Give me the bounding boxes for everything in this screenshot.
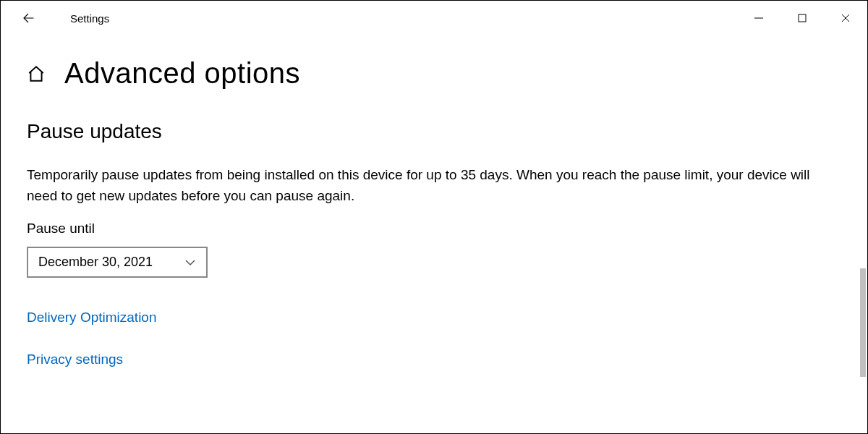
close-button[interactable]: [824, 1, 867, 35]
pause-until-label: Pause until: [27, 221, 841, 237]
section-heading-pause-updates: Pause updates: [27, 120, 841, 143]
svg-rect-1: [799, 14, 806, 22]
dropdown-selected-value: December 30, 2021: [38, 255, 153, 270]
close-icon: [841, 13, 851, 23]
section-description: Temporarily pause updates from being ins…: [27, 165, 841, 206]
scrollbar-thumb[interactable]: [860, 268, 866, 377]
titlebar: Settings: [1, 1, 867, 35]
chevron-down-icon: [184, 259, 196, 266]
page-title: Advanced options: [64, 57, 300, 90]
app-title: Settings: [70, 12, 109, 25]
minimize-button[interactable]: [737, 1, 780, 35]
link-delivery-optimization[interactable]: Delivery Optimization: [27, 310, 841, 326]
page-header: Advanced options: [27, 57, 841, 90]
pause-until-dropdown[interactable]: December 30, 2021: [27, 247, 208, 278]
window-controls: [737, 1, 867, 35]
maximize-button[interactable]: [780, 1, 824, 35]
content-area: Advanced options Pause updates Temporari…: [1, 35, 867, 367]
home-button[interactable]: [27, 64, 46, 83]
minimize-icon: [754, 13, 764, 23]
back-arrow-icon: [22, 12, 35, 25]
back-button[interactable]: [14, 4, 43, 33]
link-privacy-settings[interactable]: Privacy settings: [27, 352, 841, 367]
home-icon: [27, 64, 46, 83]
maximize-icon: [797, 13, 807, 23]
